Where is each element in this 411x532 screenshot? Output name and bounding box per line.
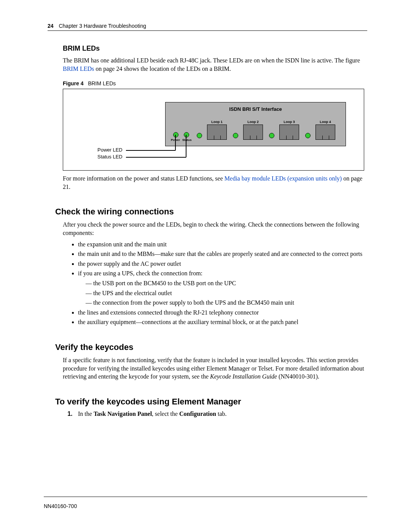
- page-footer: NN40160-700: [44, 497, 367, 509]
- heading-verify-em: To verify the keycodes using Element Man…: [55, 397, 367, 407]
- running-header: 24 Chapter 3 Hardware Troubleshooting: [48, 23, 367, 31]
- heading-verify-keycodes: Verify the keycodes: [55, 342, 367, 352]
- check-wiring-intro: After you check the power source and the…: [63, 220, 367, 237]
- list-item: the power supply and the AC power outlet: [78, 260, 367, 268]
- leader-line: [175, 135, 176, 150]
- verify-em-steps: In the Task Navigation Panel, select the…: [63, 411, 367, 417]
- document-page: 24 Chapter 3 Hardware Troubleshooting BR…: [0, 0, 411, 532]
- list-item: the expansion unit and the main unit: [78, 240, 367, 249]
- sub-item: the UPS and the electrical outlet: [86, 289, 367, 297]
- list-item-text: if you are using a UPS, check the connec…: [78, 270, 202, 276]
- power-led-icon: [173, 132, 178, 137]
- check-wiring-list: the expansion unit and the main unit the…: [67, 240, 367, 326]
- link-media-bay-leds[interactable]: Media bay module LEDs (expansion units o…: [225, 175, 342, 182]
- annot-status-led: Status LED: [97, 154, 123, 160]
- text: (NN40010-301).: [277, 373, 319, 380]
- page-number: 24: [48, 23, 54, 29]
- sub-item: the connection from the power supply to …: [86, 299, 367, 307]
- list-item: the lines and extensions connected throu…: [78, 308, 367, 317]
- panel-title: ISDN BRI S/T Interface: [166, 106, 346, 112]
- status-led-icon: [184, 132, 189, 137]
- text: tab.: [216, 411, 227, 417]
- sub-item: the USB port on the BCM450 to the USB po…: [86, 279, 367, 288]
- text: The BRIM has one additional LED beside e…: [63, 57, 360, 64]
- brim-panel: ISDN BRI S/T Interface Power Status Loop…: [165, 102, 346, 146]
- leader-line: [126, 157, 186, 158]
- loop-block: Loop 3: [276, 120, 303, 140]
- loop-label: Loop 4: [312, 120, 339, 124]
- loop-label: Loop 2: [240, 120, 266, 124]
- ups-sublist: the USB port on the BCM450 to the USB po…: [86, 279, 367, 307]
- status-label: Status: [182, 138, 191, 142]
- loop-block: Loop 2: [240, 120, 266, 140]
- loop-label: Loop 3: [276, 120, 303, 124]
- rj-jack-icon: [279, 125, 299, 140]
- brim-more-info: For more information on the power and st…: [63, 174, 367, 191]
- text: In the: [78, 411, 94, 417]
- bold-term: Task Navigation Panel: [94, 411, 152, 417]
- heading-check-wiring: Check the wiring connections: [55, 207, 367, 217]
- list-item: if you are using a UPS, check the connec…: [78, 269, 367, 307]
- list-item: the auxiliary equipment—connections at t…: [78, 318, 367, 326]
- loop-label: Loop 1: [204, 120, 230, 124]
- figure-label: Figure 4: [63, 80, 83, 86]
- text: For more information on the power and st…: [63, 175, 225, 182]
- rj-jack-icon: [207, 125, 227, 140]
- loop-block: Loop 1: [204, 120, 230, 140]
- loop-led-icon: [233, 133, 238, 138]
- leader-line: [126, 150, 175, 151]
- loop-led-icon: [197, 133, 202, 138]
- text: , select the: [152, 411, 179, 417]
- rj-jack-icon: [243, 125, 263, 140]
- annot-power-led: Power LED: [97, 147, 123, 153]
- loop-led-icon: [269, 133, 274, 138]
- doc-id: NN40160-700: [44, 503, 77, 509]
- loop-block: Loop 4: [312, 120, 339, 140]
- heading-brim-leds: BRIM LEDs: [63, 45, 367, 53]
- link-brim-leds[interactable]: BRIM LEDs: [63, 66, 94, 72]
- figure-caption: Figure 4 BRIM LEDs: [63, 80, 367, 86]
- loop-led-icon: [305, 133, 311, 138]
- leader-line: [186, 135, 186, 157]
- brim-leds-paragraph: The BRIM has one additional LED beside e…: [63, 56, 367, 73]
- text: on page 24 shows the location of the LED…: [94, 66, 231, 72]
- rj-jack-icon: [315, 125, 335, 140]
- chapter-title: Chapter 3 Hardware Troubleshooting: [59, 23, 146, 29]
- verify-keycodes-para: If a specific feature is not functioning…: [63, 356, 367, 381]
- list-item: the main unit and to the MBMs—make sure …: [78, 250, 367, 258]
- bold-term: Configuration: [179, 411, 216, 417]
- figure-brim-leds: ISDN BRI S/T Interface Power Status Loop…: [63, 89, 364, 171]
- figure-title: BRIM LEDs: [88, 80, 116, 86]
- step-item: In the Task Navigation Panel, select the…: [74, 411, 367, 417]
- italic-title: Keycode Installation Guide: [210, 373, 277, 380]
